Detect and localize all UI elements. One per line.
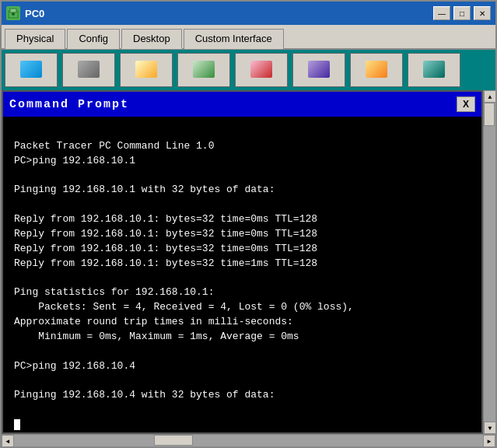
content-area: Command Prompt X Packet Tracer PC Comman… [2, 90, 483, 434]
window-controls: — □ ✕ [433, 6, 491, 20]
tab-desktop[interactable]: Desktop [121, 29, 182, 49]
close-button[interactable]: ✕ [474, 6, 491, 20]
toolbar-icon-7[interactable] [350, 53, 403, 87]
scroll-down-button[interactable]: ▼ [484, 422, 495, 434]
tab-config[interactable]: Config [67, 29, 120, 49]
window-icon [6, 6, 20, 20]
cmd-close-button[interactable]: X [457, 96, 475, 112]
cmd-title-bar: Command Prompt X [3, 92, 481, 117]
toolbar-icon-1[interactable] [5, 53, 58, 87]
maximize-button[interactable]: □ [453, 6, 471, 20]
tab-custom-interface[interactable]: Custom Interface [184, 29, 284, 49]
svg-rect-1 [10, 9, 16, 12]
scroll-track-h[interactable] [14, 435, 483, 446]
scroll-track-v[interactable] [484, 103, 495, 422]
toolbar-icon-8[interactable] [408, 53, 460, 87]
tab-physical[interactable]: Physical [5, 29, 65, 49]
scroll-left-button[interactable]: ◄ [2, 435, 14, 447]
scroll-right-button[interactable]: ► [483, 435, 495, 447]
scroll-up-button[interactable]: ▲ [484, 90, 495, 103]
cursor-blink [14, 419, 20, 430]
main-content-area: Command Prompt X Packet Tracer PC Comman… [2, 90, 495, 434]
toolbar [2, 50, 495, 90]
main-window: PC0 — □ ✕ Physical Config Desktop Custom… [0, 0, 497, 448]
title-bar: PC0 — □ ✕ [2, 2, 495, 25]
toolbar-icon-2[interactable] [62, 53, 115, 87]
terminal-output[interactable]: Packet Tracer PC Command Line 1.0 PC>pin… [3, 117, 481, 432]
toolbar-icon-5[interactable] [235, 53, 288, 87]
toolbar-icon-6[interactable] [292, 53, 345, 87]
cmd-title-text: Command Prompt [9, 98, 457, 111]
horizontal-scrollbar: ◄ ► [2, 434, 495, 446]
scroll-thumb-h[interactable] [154, 435, 193, 446]
vertical-scrollbar: ▲ ▼ [483, 90, 495, 434]
scroll-thumb-v[interactable] [484, 103, 495, 126]
toolbar-icon-3[interactable] [120, 53, 173, 87]
toolbar-icon-4[interactable] [177, 53, 230, 87]
svg-point-2 [12, 12, 15, 16]
terminal-text: Packet Tracer PC Command Line 1.0 PC>pin… [14, 140, 354, 401]
window-title: PC0 [25, 8, 433, 19]
tab-bar: Physical Config Desktop Custom Interface [2, 25, 495, 50]
command-prompt-window: Command Prompt X Packet Tracer PC Comman… [2, 90, 483, 434]
minimize-button[interactable]: — [433, 6, 450, 20]
